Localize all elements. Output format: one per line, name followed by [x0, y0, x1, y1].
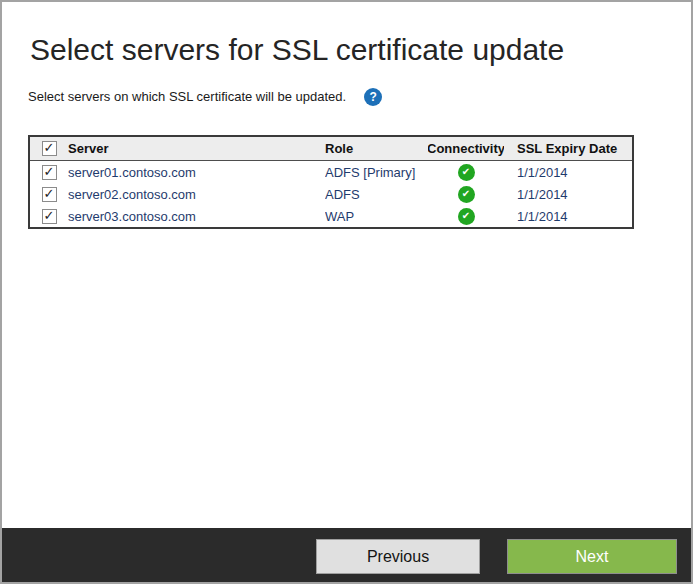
- ssl-expiry-date: 1/1/2014: [504, 209, 632, 224]
- row-checkbox[interactable]: ✓: [42, 165, 57, 180]
- wizard-content: Select servers for SSL certificate updat…: [2, 30, 691, 229]
- ssl-expiry-date: 1/1/2014: [504, 187, 632, 202]
- connectivity-ok-icon: ✔: [458, 186, 475, 203]
- checkmark-icon: ✓: [44, 187, 55, 200]
- checkbox-cell: ✓: [30, 209, 68, 224]
- ssl-expiry-date: 1/1/2014: [504, 165, 632, 180]
- row-checkbox[interactable]: ✓: [42, 209, 57, 224]
- page-subtitle-row: Select servers on which SSL certificate …: [28, 88, 665, 106]
- select-all-cell: ✓: [30, 141, 68, 156]
- server-table: ✓ Server Role Connectivity SSL Expiry Da…: [28, 135, 634, 229]
- connectivity-cell: ✔: [428, 208, 504, 225]
- server-role: ADFS: [325, 187, 428, 202]
- column-header-role: Role: [325, 141, 428, 156]
- checkbox-cell: ✓: [30, 165, 68, 180]
- checkmark-icon: ✓: [44, 141, 55, 154]
- wizard-window: Select servers for SSL certificate updat…: [0, 0, 693, 584]
- help-icon[interactable]: ?: [364, 88, 382, 106]
- checkmark-icon: ✓: [44, 165, 55, 178]
- connectivity-cell: ✔: [428, 164, 504, 181]
- server-role: ADFS [Primary]: [325, 165, 428, 180]
- next-button[interactable]: Next: [507, 539, 677, 574]
- server-name: server01.contoso.com: [68, 165, 325, 180]
- server-role: WAP: [325, 209, 428, 224]
- select-all-checkbox[interactable]: ✓: [42, 141, 57, 156]
- table-row[interactable]: ✓ server03.contoso.com WAP ✔ 1/1/2014: [30, 205, 632, 227]
- server-name: server03.contoso.com: [68, 209, 325, 224]
- table-row[interactable]: ✓ server01.contoso.com ADFS [Primary] ✔ …: [30, 161, 632, 183]
- table-header-row: ✓ Server Role Connectivity SSL Expiry Da…: [30, 137, 632, 161]
- row-checkbox[interactable]: ✓: [42, 187, 57, 202]
- column-header-connectivity: Connectivity: [428, 141, 504, 156]
- checkmark-icon: ✓: [44, 209, 55, 222]
- server-name: server02.contoso.com: [68, 187, 325, 202]
- connectivity-ok-icon: ✔: [458, 164, 475, 181]
- page-title: Select servers for SSL certificate updat…: [30, 30, 665, 69]
- page-subtitle: Select servers on which SSL certificate …: [28, 88, 346, 106]
- connectivity-ok-icon: ✔: [458, 208, 475, 225]
- column-header-ssl-expiry-date: SSL Expiry Date: [504, 141, 632, 156]
- connectivity-cell: ✔: [428, 186, 504, 203]
- previous-button[interactable]: Previous: [316, 539, 480, 574]
- footer-bar: Previous Next: [2, 528, 691, 582]
- column-header-server: Server: [68, 141, 325, 156]
- table-row[interactable]: ✓ server02.contoso.com ADFS ✔ 1/1/2014: [30, 183, 632, 205]
- checkbox-cell: ✓: [30, 187, 68, 202]
